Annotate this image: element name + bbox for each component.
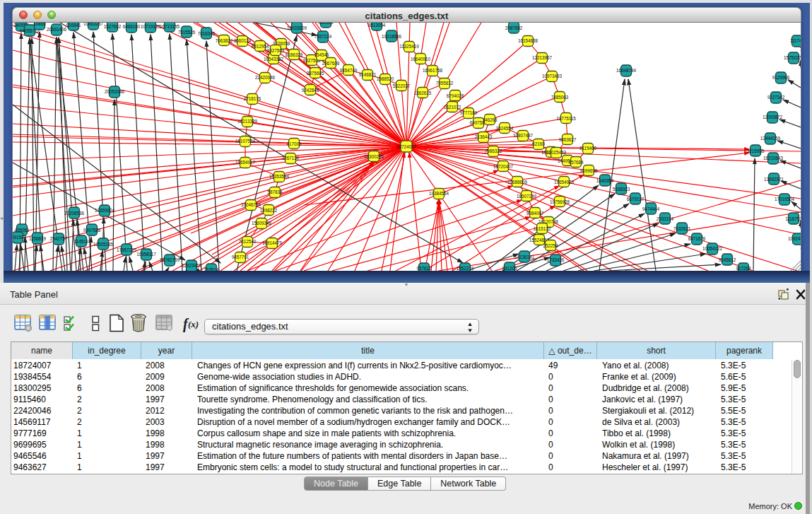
svg-text:12505185: 12505185 — [93, 242, 114, 247]
svg-text:12213967: 12213967 — [532, 55, 553, 60]
svg-text:19775115: 19775115 — [556, 116, 576, 121]
svg-text:7955812: 7955812 — [436, 81, 454, 86]
svg-text:18607249: 18607249 — [517, 194, 537, 199]
svg-text:1588520: 1588520 — [377, 76, 394, 81]
svg-text:3624554: 3624554 — [496, 126, 514, 131]
svg-text:18300295: 18300295 — [364, 154, 384, 159]
svg-text:16107554: 16107554 — [235, 139, 256, 144]
svg-text:11325419: 11325419 — [399, 44, 419, 49]
svg-text:16154838: 16154838 — [518, 38, 539, 43]
svg-text:12444159: 12444159 — [760, 136, 781, 141]
svg-text:(x): (x) — [188, 319, 199, 329]
svg-text:587834: 587834 — [267, 189, 283, 194]
svg-text:10973493: 10973493 — [542, 74, 563, 78]
svg-text:17957225: 17957225 — [117, 247, 137, 252]
svg-text:10653287: 10653287 — [83, 23, 104, 26]
svg-text:17016504: 17016504 — [775, 197, 795, 201]
svg-text:19654917: 19654917 — [235, 160, 256, 165]
svg-text:10924502: 10924502 — [788, 236, 801, 241]
svg-text:16046794: 16046794 — [241, 202, 261, 207]
svg-text:9146821: 9146821 — [359, 72, 377, 77]
svg-text:1116753: 1116753 — [785, 216, 801, 221]
svg-text:15353584: 15353584 — [269, 174, 290, 179]
svg-text:6466160: 6466160 — [123, 24, 141, 29]
svg-text:14136141: 14136141 — [514, 255, 535, 259]
svg-text:10025453: 10025453 — [546, 150, 567, 155]
svg-text:3215955: 3215955 — [747, 148, 765, 153]
svg-text:7485063: 7485063 — [551, 95, 569, 100]
svg-text:114519: 114519 — [74, 239, 89, 244]
svg-text:6679137: 6679137 — [627, 197, 645, 201]
svg-text:16648784: 16648784 — [616, 68, 637, 73]
svg-text:16782759: 16782759 — [160, 257, 180, 262]
svg-text:9084067: 9084067 — [526, 211, 544, 216]
svg-text:916841: 916841 — [66, 23, 81, 28]
svg-text:9242848: 9242848 — [302, 88, 319, 93]
svg-text:16914479: 16914479 — [262, 240, 283, 245]
svg-text:9463627: 9463627 — [559, 137, 577, 142]
svg-text:7663822: 7663822 — [216, 38, 233, 43]
svg-text:8454749: 8454749 — [340, 68, 358, 73]
svg-text:17359924: 17359924 — [95, 208, 115, 213]
svg-text:8660124: 8660124 — [234, 38, 252, 43]
svg-text:417006: 417006 — [286, 141, 302, 146]
svg-text:1527602: 1527602 — [104, 24, 122, 29]
svg-text:1498222: 1498222 — [260, 208, 278, 213]
svg-text:20691406: 20691406 — [47, 27, 67, 32]
svg-text:12213389: 12213389 — [237, 119, 258, 124]
svg-text:19654923: 19654923 — [554, 180, 575, 185]
svg-text:1352219: 1352219 — [457, 266, 474, 271]
svg-text:2942757: 2942757 — [50, 236, 68, 241]
svg-text:39154: 39154 — [13, 235, 24, 240]
svg-text:831205: 831205 — [502, 266, 517, 271]
svg-text:957684: 957684 — [568, 160, 584, 165]
svg-text:252254: 252254 — [543, 243, 558, 248]
svg-text:12923465: 12923465 — [182, 263, 202, 268]
svg-text:2933114: 2933114 — [657, 216, 674, 221]
svg-text:16033809: 16033809 — [287, 25, 307, 30]
svg-text:16210643: 16210643 — [763, 156, 784, 160]
svg-text:10054122: 10054122 — [702, 246, 723, 251]
svg-text:9699695: 9699695 — [580, 168, 598, 173]
svg-text:1362615: 1362615 — [414, 90, 432, 95]
svg-text:5938923: 5938923 — [613, 187, 630, 192]
svg-text:9245612: 9245612 — [719, 257, 736, 262]
svg-text:1156819: 1156819 — [29, 236, 47, 241]
svg-text:7357224: 7357224 — [314, 34, 332, 39]
svg-text:9457791: 9457791 — [232, 255, 249, 259]
svg-text:10855: 10855 — [33, 23, 46, 26]
svg-text:20206536: 20206536 — [64, 211, 85, 216]
svg-text:16713155: 16713155 — [160, 24, 180, 29]
svg-text:2718176: 2718176 — [244, 96, 261, 101]
svg-text:6794028: 6794028 — [447, 93, 464, 98]
svg-text:10688609: 10688609 — [507, 180, 528, 185]
svg-text:15720407: 15720407 — [493, 164, 514, 169]
svg-text:7612540: 7612540 — [239, 239, 257, 244]
svg-text:917264: 917264 — [736, 266, 751, 271]
svg-text:2367608: 2367608 — [322, 61, 340, 66]
svg-text:22420046: 22420046 — [255, 75, 276, 80]
svg-text:1615132: 1615132 — [534, 226, 551, 231]
svg-text:2136443: 2136443 — [475, 134, 493, 139]
svg-text:16543382: 16543382 — [264, 57, 284, 62]
svg-text:18724007: 18724007 — [396, 144, 417, 149]
svg-text:111746: 111746 — [790, 38, 801, 43]
svg-text:9227342: 9227342 — [767, 95, 785, 100]
svg-text:3267130: 3267130 — [282, 156, 300, 160]
svg-text:8813054: 8813054 — [368, 23, 386, 28]
svg-text:9777169: 9777169 — [460, 110, 478, 115]
svg-text:10807487: 10807487 — [513, 133, 534, 138]
svg-text:746266: 746266 — [482, 117, 498, 122]
svg-text:5322037: 5322037 — [393, 83, 411, 88]
svg-text:7632621: 7632621 — [673, 226, 691, 231]
svg-text:3875685: 3875685 — [307, 71, 324, 76]
svg-text:1621072: 1621072 — [444, 105, 461, 110]
svg-text:19218506: 19218506 — [382, 34, 402, 39]
svg-text:9129966: 9129966 — [772, 75, 790, 80]
svg-text:16961758: 16961758 — [423, 68, 443, 73]
svg-text:154546: 154546 — [314, 52, 329, 57]
svg-text:9474444: 9474444 — [642, 206, 660, 211]
svg-text:9397588: 9397588 — [83, 228, 101, 233]
svg-text:8471676: 8471676 — [688, 236, 706, 241]
svg-text:7616345: 7616345 — [198, 31, 216, 36]
